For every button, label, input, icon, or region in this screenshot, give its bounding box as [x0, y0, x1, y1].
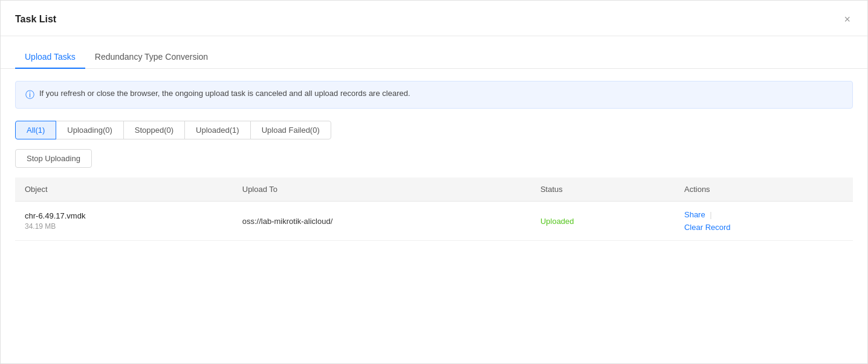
actions-container: Share | Clear Record [684, 210, 843, 232]
upload-table: Object Upload To Status Actions chr-6.49… [15, 177, 853, 241]
share-action[interactable]: Share [684, 210, 705, 219]
filter-tab-uploaded[interactable]: Uploaded(1) [184, 121, 251, 139]
file-name: chr-6.49.17.vmdk [25, 211, 223, 220]
info-banner-text: If you refresh or close the browser, the… [39, 89, 410, 98]
table-header-row: Object Upload To Status Actions [15, 177, 853, 202]
filter-tab-failed[interactable]: Upload Failed(0) [250, 121, 331, 139]
main-content: ⓘ If you refresh or close the browser, t… [1, 69, 867, 253]
table-row: chr-6.49.17.vmdk 34.19 MB oss://lab-mikr… [15, 202, 853, 241]
info-banner: ⓘ If you refresh or close the browser, t… [15, 81, 853, 109]
filter-tab-uploading[interactable]: Uploading(0) [56, 121, 123, 139]
action-divider: | [710, 210, 711, 219]
dialog-title: Task List [15, 14, 56, 25]
toolbar: Stop Uploading [15, 149, 853, 168]
filter-tabs: All(1) Uploading(0) Stopped(0) Uploaded(… [15, 121, 853, 139]
clear-record-action[interactable]: Clear Record [684, 223, 843, 232]
col-header-object: Object [15, 177, 233, 202]
cell-object: chr-6.49.17.vmdk 34.19 MB [15, 202, 233, 241]
close-button[interactable]: × [841, 11, 853, 27]
stop-uploading-button[interactable]: Stop Uploading [15, 149, 92, 168]
cell-actions: Share | Clear Record [675, 202, 853, 241]
info-icon: ⓘ [25, 89, 34, 101]
col-header-upload-to: Upload To [233, 177, 531, 202]
main-tabs: Upload Tasks Redundancy Type Conversion [1, 46, 867, 69]
share-link[interactable]: Share | [684, 210, 843, 219]
col-header-actions: Actions [675, 177, 853, 202]
task-list-dialog: Task List × Upload Tasks Redundancy Type… [0, 0, 868, 364]
file-size: 34.19 MB [25, 222, 223, 231]
col-header-status: Status [531, 177, 675, 202]
filter-tab-all[interactable]: All(1) [15, 121, 56, 139]
dialog-header: Task List × [1, 1, 867, 36]
tab-redundancy[interactable]: Redundancy Type Conversion [85, 46, 218, 69]
cell-status: Uploaded [531, 202, 675, 241]
filter-tab-stopped[interactable]: Stopped(0) [123, 121, 185, 139]
status-badge: Uploaded [540, 217, 574, 226]
cell-upload-to: oss://lab-mikrotik-alicloud/ [233, 202, 531, 241]
tab-upload-tasks[interactable]: Upload Tasks [15, 46, 85, 69]
